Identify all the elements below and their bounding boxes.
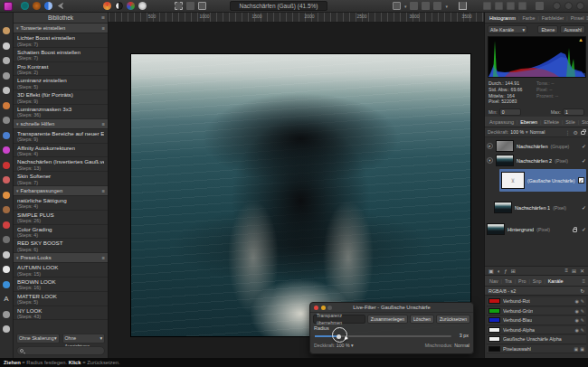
blemish-tool[interactable] [3, 221, 10, 229]
tab-histogramm[interactable]: Histogramm [488, 15, 517, 21]
live-filter-dialog[interactable]: Live-Filter - Gaußsche Unschärfe Transpa… [309, 302, 474, 354]
chevron-down-icon[interactable]: ▾ [404, 4, 407, 9]
dialog-titlebar[interactable]: Live-Filter - Gaußsche Unschärfe [310, 303, 473, 313]
macro-item[interactable]: Pro Kontrast(Steps: 2) [14, 62, 108, 77]
visibility-check-icon[interactable]: ✓ [582, 143, 586, 149]
macro-item[interactable]: Affinity Autokorrekturen(Steps: 4) [14, 144, 108, 158]
photo-persona-icon[interactable] [21, 2, 29, 10]
lock-icon[interactable] [581, 131, 585, 135]
add-layer-icon[interactable]: ⊞ [572, 268, 576, 274]
macro-item[interactable]: Luminanzmasken 3x3(Steps: 36) [14, 105, 108, 119]
library-section-header[interactable]: ▾Preset-Looks≡ [14, 253, 108, 263]
eraser-tool[interactable] [3, 192, 10, 199]
fx-icon[interactable]: ƒ [504, 268, 507, 274]
auto-contrast-icon[interactable] [115, 2, 123, 10]
warning-icon[interactable]: ▲ [578, 37, 583, 42]
close-icon[interactable] [314, 306, 318, 310]
visibility-check-icon[interactable]: ✓ [582, 157, 586, 164]
delete-layer-icon[interactable]: ✕ [580, 268, 584, 274]
eye-icon[interactable]: ◉ [574, 308, 578, 314]
delete-button[interactable]: Löschen [410, 315, 434, 324]
layer-thumbnail[interactable] [496, 155, 514, 166]
chevron-down-icon[interactable]: ▾ [526, 129, 528, 135]
layer-row[interactable]: ▸ Nachschärfen (Gruppe) ✓ [487, 140, 586, 152]
library-section-header[interactable]: ▾Tonwerte einstellen≡ [14, 24, 108, 33]
box-icon[interactable]: ▣ [580, 346, 584, 352]
macro-item[interactable]: Lichter Boost einstellen(Steps: 7) [14, 33, 108, 48]
develop-persona-icon[interactable] [44, 2, 52, 10]
marquee-tool[interactable] [3, 117, 10, 124]
channel-row[interactable]: Verbund-Alpha◉✎ [487, 326, 586, 335]
layer-row[interactable]: Hintergrund (Pixel) ✓ [487, 223, 586, 235]
pencil-icon[interactable]: ✎ [581, 317, 584, 323]
snapshot-icon[interactable] [393, 2, 401, 10]
visibility-checkbox[interactable]: ✓ [578, 177, 584, 184]
visibility-check-icon[interactable]: ✓ [582, 204, 586, 211]
flood-tool[interactable] [3, 132, 10, 139]
tab-stock[interactable]: Stock [580, 119, 588, 125]
search-input[interactable] [16, 346, 105, 355]
tab-anpassung[interactable]: Anpassung [488, 119, 516, 125]
merge-button[interactable]: Zusammenlegen [367, 315, 408, 324]
visibility-check-icon[interactable]: ✓ [582, 226, 586, 232]
selection-button[interactable]: Auswahl [560, 25, 585, 33]
refresh-icon[interactable]: ↻ [580, 287, 584, 295]
color-wheel-tool[interactable] [3, 146, 10, 154]
expander-icon[interactable]: ▾ [487, 157, 493, 164]
tab-farbe[interactable]: Farbe [520, 15, 536, 21]
channel-select[interactable]: Alle Kanäle ▾ [488, 25, 527, 33]
layer-thumbnail[interactable] [496, 140, 514, 152]
expander-icon[interactable]: ▸ [487, 143, 493, 149]
layer-thumbnail[interactable] [487, 223, 505, 235]
tab-kanäle[interactable]: Kanäle [546, 278, 565, 284]
macro-item[interactable]: MATTER LOOK(Steps: 5) [14, 292, 108, 306]
min-input[interactable]: 0 [499, 108, 521, 116]
channel-row[interactable]: Pixelauswahl▣▣ [487, 345, 586, 354]
grid-red-icon[interactable] [410, 2, 418, 10]
section-menu-icon[interactable]: ≡ [102, 253, 105, 262]
live-filter-thumbnail[interactable] [501, 172, 525, 189]
photo-image[interactable] [131, 54, 470, 336]
tab-nav[interactable]: Nav [488, 278, 500, 284]
gear-icon[interactable]: ⚙ [574, 129, 578, 136]
blend-brush-tool[interactable] [3, 176, 10, 184]
clamp-icon[interactable] [459, 2, 467, 10]
channel-row[interactable]: Verbund-Grün◉✎ [487, 307, 586, 316]
crop-tool[interactable] [3, 72, 10, 80]
panel-menu-icon[interactable]: ≡ [582, 278, 585, 284]
marquee-icon[interactable] [175, 2, 183, 10]
selection-brush-tool[interactable] [3, 57, 10, 64]
layer-row[interactable]: Nachschärfen 1 (Pixel) ✓ [494, 202, 586, 213]
reset-button[interactable]: Zurücksetzen [436, 315, 470, 324]
overlay-brush-tool[interactable] [3, 102, 10, 109]
macro-item[interactable]: SIMPLE PLUS(Steps: 26) [14, 211, 108, 225]
clone-stamp-tool[interactable] [3, 206, 10, 213]
scaling-dropdown[interactable]: Ohne Skalierung ▾ [16, 334, 60, 343]
chevron-down-icon[interactable]: ▾ [445, 4, 448, 9]
pencil-icon[interactable]: ✎ [581, 327, 584, 333]
preserve-alpha-toggle[interactable]: Transparenz übernehmen [313, 315, 365, 324]
menu-icon[interactable] [564, 2, 573, 10]
layer-row-selected[interactable]: (Gaußsche Unschärfe) ✓ [499, 169, 586, 192]
tab-pinsel[interactable]: Pinsel [569, 15, 586, 21]
layer-thumbnail[interactable] [494, 202, 512, 213]
layer-row[interactable]: ▾ Nachschärfen 2 (Pixel) ✓ [487, 155, 586, 166]
macro-item[interactable]: Color Grading(Steps: 4) [14, 225, 108, 240]
pencil-icon[interactable]: ✎ [581, 308, 584, 314]
macro-item[interactable]: NY LOOK(Steps: 43) [14, 306, 108, 321]
alignment-icon[interactable] [536, 2, 544, 10]
chevron-down-icon[interactable]: ▾ [351, 343, 354, 348]
arrange-icon[interactable] [507, 2, 515, 10]
live-filter-icon[interactable]: ⊞ [511, 268, 516, 274]
macro-item[interactable]: 3D Effekt (für Porträts)(Steps: 9) [14, 90, 108, 105]
section-menu-icon[interactable]: ≡ [102, 24, 105, 33]
max-input[interactable]: 1 [563, 108, 584, 116]
alignment-dropdown[interactable]: Ohne Ausrichtung ▾ [62, 334, 106, 343]
mesh-warp-tool[interactable] [3, 311, 10, 318]
zoom-window-icon[interactable] [327, 306, 332, 310]
mask-layer-icon[interactable]: ▣ [488, 268, 494, 274]
smudge-tool[interactable] [3, 236, 10, 243]
macro-item[interactable]: AUTUMN LOOK(Steps: 15) [14, 263, 108, 278]
mask-icon[interactable] [198, 2, 206, 10]
eye-icon[interactable]: ◉ [574, 327, 578, 333]
